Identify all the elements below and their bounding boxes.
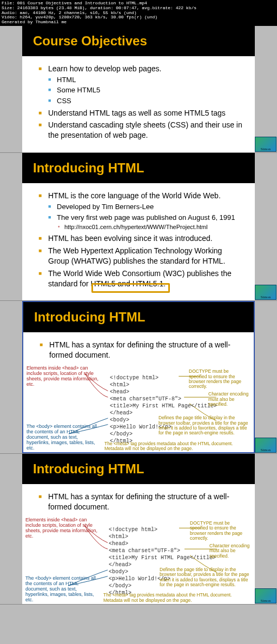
bullet-2: Understand HTML tags as well as some HTM…	[38, 108, 243, 118]
slide-4: Introducing HTML HTML has a syntax for d…	[0, 454, 277, 605]
logo-icon: Simon	[255, 438, 276, 453]
code-line: <title>My First HTML Page</title>	[110, 403, 217, 410]
annotation-head: Elements inside <head> can include scrip…	[27, 366, 102, 387]
logo-icon: Simon	[255, 588, 276, 603]
meta-line: Size: 24163303 bytes (23.48 MiB), durati…	[2, 5, 196, 10]
meta-line: Generated by Thumbnail me	[2, 19, 67, 24]
subsub-bullet: http://nxoc01.cern.ch/hypertext/WWW/TheP…	[57, 223, 243, 231]
code-diagram: Elements inside <head> can include scrip…	[22, 518, 255, 604]
code-line: <meta charset="UTF-8">	[110, 395, 217, 403]
annotation-charset: Character encoding must also be specifie…	[208, 392, 250, 407]
slide-title: Introducing HTML	[23, 302, 254, 332]
bullet-3: Understand cascading style sheets (CSS) …	[38, 120, 243, 140]
slide-2: Introducing HTML HTML is the core langua…	[0, 153, 277, 301]
logo-icon: Simon	[255, 137, 276, 152]
annotation-title: Defines the page title to display in the…	[159, 415, 250, 435]
slide-title: Introducing HTML	[22, 153, 255, 183]
bullet-1: HTML has a syntax for defining the struc…	[39, 340, 242, 360]
annotation-doctype: DOCTYPE must be specified to ensure the …	[190, 521, 244, 541]
bullet-1: HTML has a syntax for defining the struc…	[38, 492, 243, 512]
bullet-1: HTML is the core language of the World W…	[38, 191, 243, 231]
logo-icon: Simon	[255, 285, 276, 300]
annotation-meta: The <meta> tag provides metadata about t…	[103, 593, 239, 603]
meta-line: File: 001 Course Objectives and Introduc…	[2, 1, 147, 5]
annotation-body: The <body> element contains all the cont…	[25, 576, 101, 602]
code-line: <title>My First HTML Page</title>	[109, 554, 216, 561]
slide-content: HTML is the core language of the World W…	[22, 183, 255, 300]
slide-content: HTML has a syntax for defining the struc…	[22, 484, 255, 518]
code-line: <head>	[110, 388, 217, 395]
sub-bullet: CSS	[48, 96, 243, 106]
bullet-1: Learn how to develop web pages. HTML Som…	[38, 64, 243, 106]
code-line: <head>	[109, 540, 216, 547]
bullet-2: HTML has been evolving since it was intr…	[38, 233, 243, 244]
meta-line: Video: h264, yuv420p, 1280x720, 363 kb/s…	[2, 15, 157, 19]
slide-3: Introducing HTML HTML has a syntax for d…	[0, 301, 277, 454]
sub-bullet: Developed by Tim Berners-Lee	[48, 202, 243, 212]
bullet-text: HTML is the core language of the World W…	[48, 191, 221, 200]
annotation-charset: Character encoding must also be specifie…	[209, 544, 252, 559]
code-diagram: Elements inside <head> can include scrip…	[23, 366, 254, 452]
bullet-4: The World Wide Web Consortium (W3C) publ…	[38, 269, 243, 289]
annotation-meta: The <meta> tag provides metadata about t…	[104, 441, 240, 452]
slide-content: HTML has a syntax for defining the struc…	[23, 332, 254, 366]
annotation-head: Elements inside <head> can include scrip…	[25, 518, 101, 539]
video-metadata: File: 001 Course Objectives and Introduc…	[0, 0, 277, 26]
annotation-body: The <body> element contains all the cont…	[27, 424, 102, 451]
slide-content: Learn how to develop web pages. HTML Som…	[22, 56, 255, 152]
code-line: <meta charset="UTF-8">	[109, 547, 216, 554]
annotation-title: Defines the page title to display in the…	[160, 567, 252, 587]
slide-title: Course Objectives	[22, 26, 255, 56]
slide-1: Course Objectives Learn how to develop w…	[0, 26, 277, 153]
sub-bullet: The very first web page was published on…	[48, 213, 243, 231]
sub-bullet: Some HTML5	[48, 85, 243, 95]
annotation-doctype: DOCTYPE must be specified to ensure the …	[189, 369, 243, 389]
meta-line: Audio: aac, 44100 Hz, 2 channels, s16, 5…	[2, 10, 137, 15]
slide-title: Introducing HTML	[22, 454, 255, 484]
sub-bullet: HTML	[48, 75, 243, 85]
bullet-3: The Web Hypertext Application Technology…	[38, 246, 243, 266]
bullet-text: Learn how to develop web pages.	[48, 64, 161, 73]
